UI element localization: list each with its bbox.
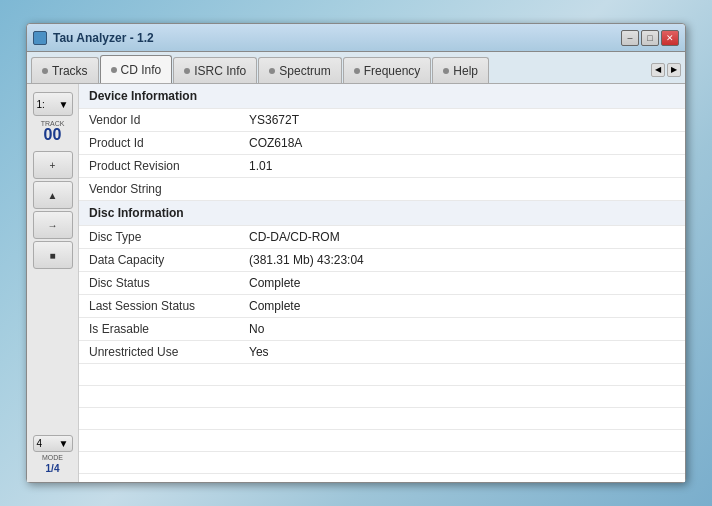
tab-tracks[interactable]: Tracks — [31, 57, 99, 83]
row-label: Product Id — [79, 132, 239, 155]
tab-pin — [443, 68, 449, 74]
sidebar: 1: ▼ TRACK 00 + ▲ → ■ 4 — [27, 84, 79, 482]
row-value: CD-DA/CD-ROM — [239, 226, 685, 249]
tab-tracks-label: Tracks — [52, 64, 88, 78]
empty-row — [79, 386, 685, 408]
row-label: Vendor Id — [79, 109, 239, 132]
app-icon — [33, 31, 47, 45]
main-window: Tau Analyzer - 1.2 – □ ✕ Tracks CD Info … — [26, 23, 686, 483]
table-row: Unrestricted UseYes — [79, 341, 685, 364]
table-row: Disc TypeCD-DA/CD-ROM — [79, 226, 685, 249]
table-row: Disc StatusComplete — [79, 272, 685, 295]
mode-selector-arrow: ▼ — [59, 438, 69, 449]
tab-help-label: Help — [453, 64, 478, 78]
tab-pin — [42, 68, 48, 74]
row-value: 1.01 — [239, 155, 685, 178]
window-title: Tau Analyzer - 1.2 — [53, 31, 615, 45]
tab-next-button[interactable]: ▶ — [667, 63, 681, 77]
section-header-row: Disc Information — [79, 201, 685, 226]
track-selector[interactable]: 1: ▼ — [33, 92, 73, 116]
sidebar-bottom: 4 ▼ MODE 1/4 — [33, 435, 73, 478]
table-row: Product Revision1.01 — [79, 155, 685, 178]
row-label: Last Session Status — [79, 295, 239, 318]
mode-value: 1/4 — [46, 463, 60, 474]
eject-icon: ▲ — [48, 190, 58, 201]
maximize-button[interactable]: □ — [641, 30, 659, 46]
row-value: (381.31 Mb) 43:23:04 — [239, 249, 685, 272]
track-selector-arrow: ▼ — [59, 99, 69, 110]
stop-icon: ■ — [49, 250, 55, 261]
plus-icon: + — [50, 160, 56, 171]
tab-bar: Tracks CD Info ISRC Info Spectrum Freque… — [27, 52, 685, 84]
close-button[interactable]: ✕ — [661, 30, 679, 46]
table-row: Is ErasableNo — [79, 318, 685, 341]
row-value: Complete — [239, 272, 685, 295]
empty-row — [79, 364, 685, 386]
row-label: Vendor String — [79, 178, 239, 201]
table-row: Product IdCOZ618A — [79, 132, 685, 155]
tab-spectrum[interactable]: Spectrum — [258, 57, 341, 83]
row-value: Complete — [239, 295, 685, 318]
tab-cd-info[interactable]: CD Info — [100, 55, 173, 83]
tab-pin — [184, 68, 190, 74]
title-bar: Tau Analyzer - 1.2 – □ ✕ — [27, 24, 685, 52]
arrow-icon: → — [48, 220, 58, 231]
section-header-label: Device Information — [79, 84, 685, 109]
row-value — [239, 178, 685, 201]
row-value: YS3672T — [239, 109, 685, 132]
row-label: Disc Status — [79, 272, 239, 295]
table-row: Last Session StatusComplete — [79, 295, 685, 318]
row-label: Unrestricted Use — [79, 341, 239, 364]
tab-frequency-label: Frequency — [364, 64, 421, 78]
row-value: Yes — [239, 341, 685, 364]
section-header-label: Disc Information — [79, 201, 685, 226]
table-row: Vendor String — [79, 178, 685, 201]
row-value: COZ618A — [239, 132, 685, 155]
tab-nav: ◀ ▶ — [651, 63, 681, 77]
mode-label: MODE — [42, 454, 63, 461]
tab-isrc-info-label: ISRC Info — [194, 64, 246, 78]
mode-selector[interactable]: 4 ▼ — [33, 435, 73, 452]
empty-row — [79, 430, 685, 452]
tab-pin — [354, 68, 360, 74]
empty-row — [79, 408, 685, 430]
row-label: Disc Type — [79, 226, 239, 249]
section-header-row: Device Information — [79, 84, 685, 109]
sidebar-btn-add[interactable]: + — [33, 151, 73, 179]
row-label: Data Capacity — [79, 249, 239, 272]
table-row: Vendor IdYS3672T — [79, 109, 685, 132]
content-area: Device InformationVendor IdYS3672TProduc… — [79, 84, 685, 482]
window-controls: – □ ✕ — [621, 30, 679, 46]
tab-frequency[interactable]: Frequency — [343, 57, 432, 83]
tab-spectrum-label: Spectrum — [279, 64, 330, 78]
row-label: Is Erasable — [79, 318, 239, 341]
row-label: Product Revision — [79, 155, 239, 178]
sidebar-btn-eject[interactable]: ▲ — [33, 181, 73, 209]
tab-isrc-info[interactable]: ISRC Info — [173, 57, 257, 83]
tab-cd-info-label: CD Info — [121, 63, 162, 77]
empty-row — [79, 452, 685, 474]
main-area: 1: ▼ TRACK 00 + ▲ → ■ 4 — [27, 84, 685, 482]
tab-help[interactable]: Help — [432, 57, 489, 83]
info-table: Device InformationVendor IdYS3672TProduc… — [79, 84, 685, 474]
sidebar-btn-stop[interactable]: ■ — [33, 241, 73, 269]
tab-pin — [111, 67, 117, 73]
track-info: TRACK 00 — [33, 120, 73, 143]
table-row: Data Capacity(381.31 Mb) 43:23:04 — [79, 249, 685, 272]
mode-selector-value: 4 — [37, 438, 43, 449]
minimize-button[interactable]: – — [621, 30, 639, 46]
sidebar-btn-next[interactable]: → — [33, 211, 73, 239]
row-value: No — [239, 318, 685, 341]
tab-prev-button[interactable]: ◀ — [651, 63, 665, 77]
tab-pin — [269, 68, 275, 74]
track-number: 00 — [33, 127, 73, 143]
track-selector-value: 1: — [37, 99, 45, 110]
